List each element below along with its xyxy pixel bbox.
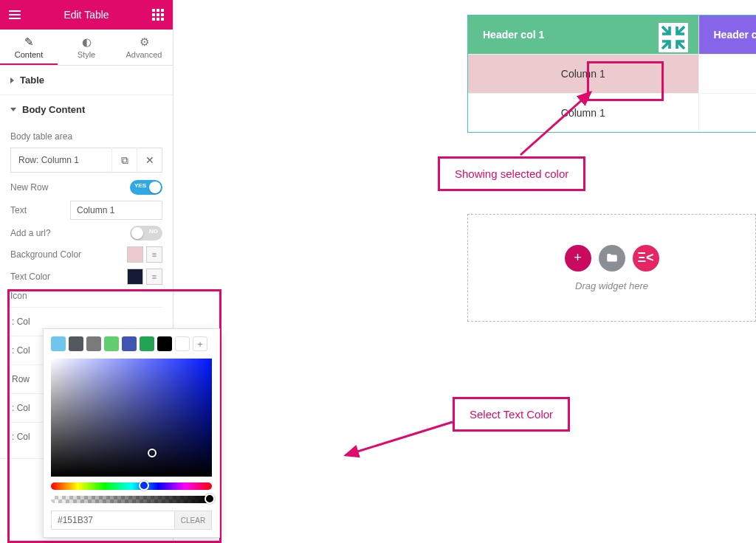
menu-icon[interactable] [7,7,22,22]
table-cell[interactable]: Column 2 [698,93,757,132]
bg-color-swatch[interactable] [127,246,143,263]
control-icon: Icon [10,291,162,301]
new-row-toggle[interactable]: YES [130,180,162,195]
bg-color-global-icon[interactable]: ≡ [146,246,162,263]
table-header-2-label: Header col 2 [714,29,757,41]
tab-advanced-label: Advanced [126,50,162,59]
gear-icon: ⚙ [115,35,173,49]
selection-highlight [587,61,664,101]
annotation-text: Showing selected color [455,167,568,180]
table-header-1-label: Header col 1 [483,29,544,41]
swatch[interactable] [140,336,154,351]
alpha-slider[interactable] [51,496,212,503]
section-table[interactable]: Table [0,66,173,95]
section-table-label: Table [20,75,44,86]
add-section-button[interactable]: + [565,245,591,272]
bg-color-label: Background Color [10,249,127,260]
widgets-icon[interactable] [151,7,165,22]
cell-text: Column 1 [561,107,605,119]
control-add-url: Add a url? NO [10,226,162,241]
table-header-1[interactable]: Header col 1 [468,15,698,54]
text-input[interactable] [70,201,162,220]
pencil-icon: ✎ [0,35,58,49]
section-body-label: Body Content [22,104,85,115]
panel-header: Edit Table [0,0,173,30]
tab-content-label: Content [15,50,44,59]
color-picker: + CLEAR [43,328,220,538]
annotation-text: Select Text Color [470,408,553,421]
add-url-label: Add a url? [10,228,130,238]
panel-tabs: ✎ Content ◐ Style ⚙ Advanced [0,30,173,66]
canvas: Header col 1 Header col 2 Column 1 Colum… [173,0,756,543]
sv-handle[interactable] [148,449,157,457]
collapse-section-icon[interactable] [659,23,688,52]
contrast-icon: ◐ [58,35,115,49]
ek-widgets-button[interactable]: Ξ< [633,245,659,272]
swatch[interactable] [157,336,172,351]
section-body-header[interactable]: Body Content [0,95,173,124]
close-icon[interactable]: ✕ [137,148,162,173]
text-color-global-icon[interactable]: ≡ [146,269,162,285]
hex-input-row: CLEAR [51,511,212,530]
swatch[interactable] [86,336,101,351]
swatch[interactable] [104,336,119,351]
tab-style[interactable]: ◐ Style [58,30,115,65]
tab-advanced[interactable]: ⚙ Advanced [115,30,173,65]
table-header-row: Header col 1 Header col 2 [468,15,756,54]
preset-swatches: + [51,336,212,351]
swatch[interactable] [175,336,190,351]
hue-handle[interactable] [139,480,149,491]
table-cell[interactable]: Column 2 [698,54,757,93]
text-color-label: Text Color [10,272,127,282]
control-bg-color: Background Color ≡ [10,246,162,263]
alpha-handle[interactable] [205,494,215,504]
icon-label: Icon [10,291,162,301]
annotation-select-text-color: Select Text Color [453,397,570,432]
new-row-label: New Row [10,182,130,193]
svg-line-2 [346,422,453,455]
swatch[interactable] [122,336,137,351]
saturation-value-field[interactable] [51,359,212,477]
drop-zone[interactable]: + Ξ< Drag widget here [467,214,756,322]
text-color-swatch[interactable] [127,269,143,285]
clear-button[interactable]: CLEAR [175,511,212,530]
drop-zone-buttons: + Ξ< [565,245,659,272]
add-swatch-button[interactable]: + [193,336,207,351]
toggle-yes-label: YES [134,182,146,189]
template-button[interactable] [599,245,625,272]
duplicate-icon[interactable]: ⧉ [111,148,137,173]
swatch[interactable] [69,336,83,351]
folder-icon [605,252,619,265]
tab-content[interactable]: ✎ Content [0,30,58,65]
tab-style-label: Style [78,50,95,59]
chevron-right-icon [10,77,14,83]
row-item-label: Row: Column 1 [11,155,111,165]
control-text-color: Text Color ≡ [10,269,162,285]
table-header-2[interactable]: Header col 2 [698,15,757,54]
toggle-no-label: NO [149,228,158,235]
row-item: Row: Column 1 ⧉ ✕ [10,148,162,173]
hex-input[interactable] [51,511,175,530]
panel-title: Edit Table [63,9,109,21]
arrow-icon [334,415,460,466]
hue-slider[interactable] [51,483,212,490]
text-label: Text [10,205,70,215]
control-text: Text [10,201,162,220]
add-url-toggle[interactable]: NO [130,226,162,241]
chevron-down-icon [10,108,16,111]
swatch[interactable] [51,336,66,351]
drop-zone-label: Drag widget here [575,280,648,291]
body-subhead: Body table area [10,131,162,142]
annotation-showing-color: Showing selected color [438,156,585,191]
control-new-row: New Row YES [10,180,162,195]
